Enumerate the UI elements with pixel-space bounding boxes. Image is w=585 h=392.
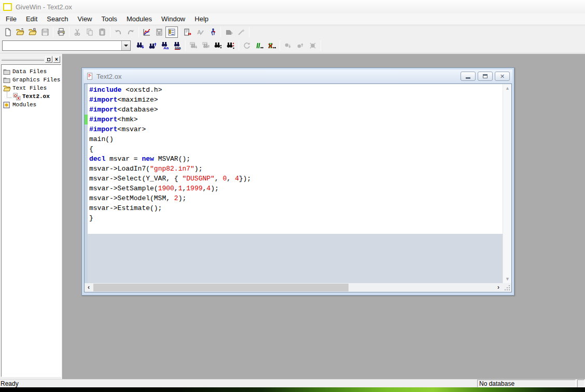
toolbar-separator <box>220 27 221 37</box>
code-area[interactable]: #include <oxstd.h>#import<maximize>#impo… <box>88 84 503 234</box>
next-bookmark-button[interactable] <box>282 40 294 51</box>
tree-item-graphics-files[interactable]: Graphics Files <box>2 76 61 84</box>
toolbar-separator <box>185 40 186 51</box>
menu-view[interactable]: View <box>73 14 97 24</box>
restore-button[interactable] <box>478 72 493 81</box>
clear-bookmarks-button[interactable] <box>307 40 319 51</box>
print-button[interactable] <box>55 26 67 38</box>
new-document-button[interactable] <box>2 26 14 38</box>
tree-label: Graphics Files <box>12 77 60 83</box>
find-whole-word-button[interactable]: aaa <box>171 40 184 51</box>
paste-button[interactable] <box>96 26 108 38</box>
menu-modules[interactable]: Modules <box>122 14 157 24</box>
documents-list-button[interactable] <box>165 26 178 38</box>
code-line <box>89 223 503 233</box>
cut-icon <box>73 28 81 36</box>
modules-icon <box>3 102 11 108</box>
close-button[interactable]: ✕ <box>495 72 510 81</box>
resize-grip[interactable] <box>503 283 511 292</box>
pane-header: × <box>0 55 62 64</box>
tree-item-data-files[interactable]: Data Files <box>2 67 61 76</box>
package-icon <box>225 28 233 36</box>
find-previous-button[interactable] <box>146 40 159 51</box>
vertical-scrollbar[interactable]: ▲ ▼ <box>503 84 511 283</box>
toolbar-separator <box>69 27 69 37</box>
status-database: No database <box>477 380 576 387</box>
toolbar-find: Aa aaa <box>0 38 585 53</box>
find-in-files-next-button[interactable] <box>187 40 200 51</box>
scroll-right-icon[interactable]: › <box>494 283 503 292</box>
tree-item-text2-ox[interactable]: OX Text2.ox <box>2 92 61 101</box>
toolbar-separator <box>53 27 53 37</box>
find-marked-icon <box>214 41 222 50</box>
pane-float-button[interactable] <box>45 56 52 63</box>
toolbar-separator <box>321 40 321 51</box>
code-line: #import<msvar> <box>89 124 503 134</box>
tree-item-modules[interactable]: Modules <box>2 101 61 109</box>
open-data-file-button[interactable] <box>26 26 39 38</box>
horizontal-scrollbar[interactable]: ‹ › <box>85 283 503 292</box>
code-line: msvar->SetSample(1900,1,1999,4); <box>89 184 503 193</box>
menu-tools[interactable]: Tools <box>97 14 122 24</box>
find-dropdown-button[interactable] <box>121 41 130 50</box>
scroll-left-icon[interactable]: ‹ <box>85 283 93 292</box>
tree-label: Modules <box>12 102 36 108</box>
run-document-button[interactable] <box>182 26 194 38</box>
previous-bookmark-button[interactable] <box>294 40 307 51</box>
toolbar-separator <box>239 40 239 51</box>
find-in-files-previous-button[interactable] <box>200 40 212 51</box>
document-title: Text2.ox <box>96 73 457 80</box>
code-line: msvar->Select(Y_VAR, { "DUSGNP", 0, 4}); <box>89 174 503 184</box>
undo-button[interactable] <box>112 26 124 38</box>
code-line: { <box>89 144 503 154</box>
redo-button[interactable] <box>124 26 137 38</box>
package-button[interactable] <box>222 26 235 38</box>
toolbar-separator <box>179 27 180 37</box>
scroll-down-icon[interactable]: ▼ <box>503 275 512 283</box>
find-match-case-button[interactable]: Aa <box>159 40 171 51</box>
repeat-run-button[interactable] <box>241 40 253 51</box>
givewin-application: GiveWin - Text2.ox File Edit Search View… <box>0 0 585 392</box>
copy-button[interactable] <box>83 26 96 38</box>
horizontal-scroll-thumb[interactable] <box>93 284 349 291</box>
find-next-button[interactable] <box>134 40 146 51</box>
clear-breakpoints-icon <box>268 41 276 50</box>
graphics-button[interactable] <box>141 26 153 38</box>
run-document-icon <box>184 28 192 36</box>
find-replace-button[interactable] <box>225 40 237 51</box>
menu-help[interactable]: Help <box>190 14 213 24</box>
wand-icon <box>237 28 245 36</box>
code-line: #import<maximize> <box>89 95 503 105</box>
minimize-button[interactable] <box>461 72 476 81</box>
code-line: #import<database> <box>89 105 503 115</box>
document-titlebar[interactable]: Text2.ox ✕ <box>83 69 512 83</box>
find-combobox[interactable] <box>2 40 131 51</box>
tree-item-text-files[interactable]: Text Files <box>2 84 61 92</box>
menubar: File Edit Search View Tools Modules Wind… <box>0 13 585 25</box>
svg-text:Aa: Aa <box>163 46 169 50</box>
cut-button[interactable] <box>71 26 83 38</box>
scroll-up-icon[interactable]: ▲ <box>503 84 512 92</box>
run-module-button[interactable] <box>206 26 219 38</box>
pane-gripper[interactable] <box>2 58 44 61</box>
new-document-icon <box>4 28 12 36</box>
open-file-button[interactable] <box>14 26 26 38</box>
menu-window[interactable]: Window <box>157 14 190 24</box>
toggle-breakpoint-button[interactable] <box>253 40 266 51</box>
find-previous-icon <box>148 41 157 50</box>
wizard-button[interactable] <box>235 26 247 38</box>
find-input[interactable] <box>3 41 121 50</box>
menu-search[interactable]: Search <box>42 14 73 24</box>
save-button[interactable] <box>39 26 51 38</box>
code-line: msvar->Estimate(); <box>89 203 503 213</box>
toolbar-separator <box>138 27 139 37</box>
clear-breakpoints-button[interactable] <box>266 40 278 51</box>
edit-font-button[interactable]: A <box>194 26 206 38</box>
find-marked-button[interactable] <box>212 40 225 51</box>
tree-connector <box>7 92 11 98</box>
menu-file[interactable]: File <box>1 14 21 24</box>
calculator-icon <box>155 28 163 36</box>
calculator-button[interactable] <box>153 26 165 38</box>
menu-edit[interactable]: Edit <box>21 14 42 24</box>
pane-close-button[interactable]: × <box>53 56 60 63</box>
